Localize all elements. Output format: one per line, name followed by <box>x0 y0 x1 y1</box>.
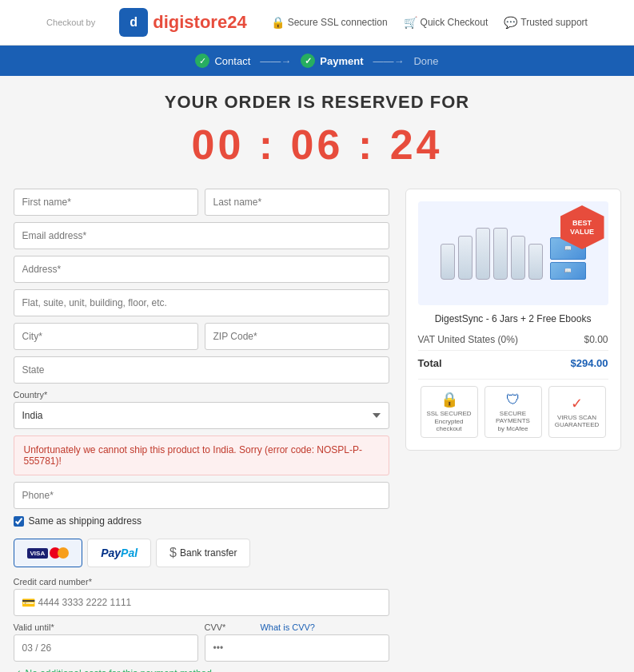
vat-amount: $0.00 <box>584 334 608 345</box>
payment-check-icon: ✓ <box>301 54 315 68</box>
credit-card-icon: 💳 <box>22 596 35 609</box>
trust-badge-virus: ✓ VIRUS SCANGUARANTEED <box>548 386 606 438</box>
logo-icon: d <box>119 8 148 37</box>
valid-until-input[interactable] <box>14 634 198 662</box>
bottle-5 <box>511 236 525 280</box>
secure-badge-icon: 🛡 <box>506 392 520 408</box>
country-select[interactable]: India United States United Kingdom Canad… <box>14 402 389 429</box>
first-name-input[interactable] <box>14 189 198 216</box>
country-row: Country* India United States United King… <box>14 390 389 429</box>
main-container: YOUR ORDER IS RESERVED FOR 00 : 06 : 24 <box>6 76 629 672</box>
address-input[interactable] <box>14 256 389 283</box>
cc-label-row: Credit card number* 💳 <box>14 577 389 616</box>
bottle-1 <box>441 244 455 280</box>
ebook-2: 📖 <box>550 262 586 280</box>
same-as-shipping-checkbox[interactable] <box>14 516 24 527</box>
countdown-sep1: : <box>259 121 291 168</box>
trust-badge-ssl: 🔒 SSL SECUREDEncrypted checkout <box>421 386 478 438</box>
vat-row: VAT United States (0%) $0.00 <box>418 334 608 345</box>
shipping-error-text: Unfortunately we cannot ship this produc… <box>24 444 363 467</box>
payment-tab-bank[interactable]: $ Bank transfer <box>156 539 250 567</box>
cart-icon: 🛒 <box>404 16 417 29</box>
product-image-area: BESTVALUE 📖 📖 <box>418 201 608 305</box>
virus-badge-icon: ✓ <box>571 395 583 412</box>
bottle-4 <box>493 228 508 280</box>
countdown-sep2: : <box>358 121 390 168</box>
card-icons: VISA <box>27 547 70 559</box>
country-label: Country* <box>14 390 389 400</box>
header: Checkout by d digistore24 🔒 Secure SSL c… <box>0 0 634 46</box>
shipping-error-box: Unfortunately we cannot ship this produc… <box>14 435 389 475</box>
checkout-by-label: Checkout by <box>46 18 95 27</box>
cc-field-wrapper: 💳 <box>14 589 389 616</box>
same-as-shipping-label: Same as shipping address <box>29 515 142 527</box>
header-features: 🔒 Secure SSL connection 🛒 Quick Checkout… <box>271 16 588 29</box>
phone-row <box>14 482 389 509</box>
progress-bar: ✓ Contact ——→ ✓ Payment ——→ Done <box>0 46 634 76</box>
order-reserved-title: YOUR ORDER IS RESERVED FOR <box>14 92 621 113</box>
valid-until-wrapper: Valid until* <box>14 622 198 662</box>
address-row <box>14 256 389 283</box>
same-as-shipping-row: Same as shipping address <box>14 515 389 527</box>
trust-badges: 🔒 SSL SECUREDEncrypted checkout 🛡 SECURE… <box>418 379 608 438</box>
product-panel: BESTVALUE 📖 📖 DigestSync - 6 Jars + 2 Fr… <box>405 189 621 451</box>
secure-badge-text: SECUREPAYMENTSby McAfee <box>496 410 530 433</box>
bank-icon: $ <box>169 546 177 560</box>
state-input[interactable] <box>14 356 389 384</box>
logo-text: digistore24 <box>153 12 246 33</box>
feature-support: 💬 Trusted support <box>504 16 588 29</box>
state-row <box>14 356 389 384</box>
virus-badge-text: VIRUS SCANGUARANTEED <box>555 414 600 429</box>
progress-arrow-1: ——→ <box>260 55 291 67</box>
bank-transfer-label: Bank transfer <box>180 547 237 559</box>
city-zip-row <box>14 323 389 350</box>
ssl-badge-text: SSL SECUREDEncrypted checkout <box>426 410 473 433</box>
product-name: DigestSync - 6 Jars + 2 Free Ebooks <box>418 313 608 324</box>
no-cost-note: ✓ No additional costs for this payment m… <box>14 668 389 672</box>
phone-input[interactable] <box>14 482 389 509</box>
feature-checkout: 🛒 Quick Checkout <box>404 16 488 29</box>
countdown-hours: 00 <box>192 121 245 168</box>
no-cost-text: No additional costs for this payment met… <box>26 668 212 672</box>
feature-ssl: 🔒 Secure SSL connection <box>271 16 388 29</box>
city-input[interactable] <box>14 323 198 350</box>
countdown-seconds: 24 <box>390 121 443 168</box>
progress-arrow-2: ——→ <box>373 55 404 67</box>
name-row <box>14 189 389 216</box>
cvv-input[interactable] <box>205 634 389 662</box>
trust-badge-secure: 🛡 SECUREPAYMENTSby McAfee <box>484 386 542 438</box>
total-amount: $294.00 <box>571 357 608 369</box>
cc-number-input[interactable] <box>14 589 389 616</box>
cvv-label: CVV* What is CVV? <box>205 622 389 632</box>
payment-tabs: VISA PayPal $ Bank transfer <box>14 539 389 567</box>
payment-tab-paypal[interactable]: PayPal <box>87 539 151 567</box>
address2-row <box>14 289 389 316</box>
form-section: Country* India United States United King… <box>14 189 389 672</box>
payment-tab-card[interactable]: VISA <box>14 539 83 567</box>
countdown-minutes: 06 <box>291 121 344 168</box>
valid-until-label: Valid until* <box>14 622 198 632</box>
countdown-timer: 00 : 06 : 24 <box>14 121 621 169</box>
address2-input[interactable] <box>14 289 389 316</box>
email-row <box>14 222 389 249</box>
check-icon: ✓ <box>14 668 22 672</box>
progress-step-contact: ✓ Contact <box>195 54 250 68</box>
bottle-6 <box>528 244 543 280</box>
cc-label: Credit card number* <box>14 577 389 587</box>
ssl-badge-icon: 🔒 <box>441 391 458 408</box>
contact-check-icon: ✓ <box>195 54 209 68</box>
visa-icon: VISA <box>27 548 49 559</box>
cvv-wrapper: CVV* What is CVV? <box>205 622 389 662</box>
mastercard-icon-right <box>58 547 69 559</box>
bottle-2 <box>458 236 473 280</box>
content-layout: Country* India United States United King… <box>14 189 621 672</box>
email-input[interactable] <box>14 222 389 249</box>
zip-input[interactable] <box>205 323 389 350</box>
progress-step-done: Done <box>413 55 438 67</box>
total-label: Total <box>418 357 442 369</box>
whats-cvv-link[interactable]: What is CVV? <box>260 622 314 632</box>
last-name-input[interactable] <box>205 189 389 216</box>
progress-step-payment: ✓ Payment <box>301 54 363 68</box>
logo-area: d digistore24 <box>119 8 246 37</box>
paypal-icon: PayPal <box>101 547 138 559</box>
